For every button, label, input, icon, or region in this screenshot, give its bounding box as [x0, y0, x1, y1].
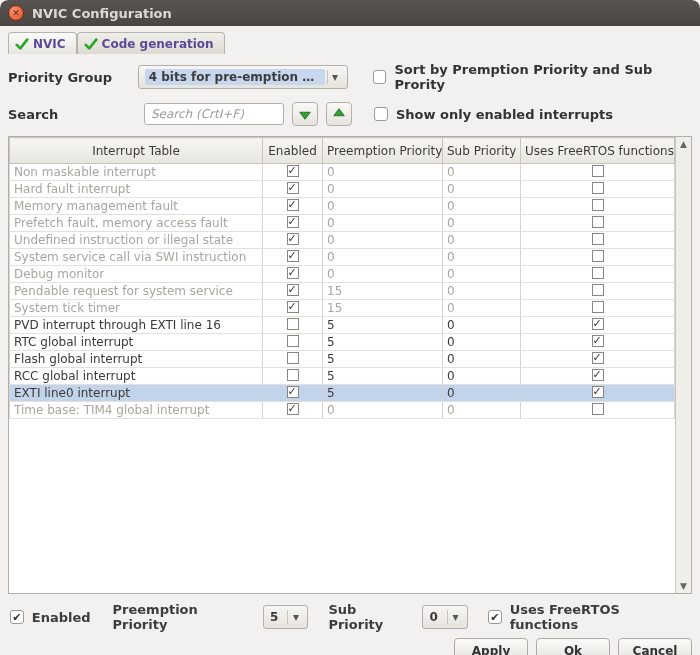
cell-enabled[interactable]: [263, 283, 323, 300]
cell-enabled[interactable]: [263, 266, 323, 283]
col-sub[interactable]: Sub Priority: [443, 138, 521, 164]
footer-freertos-checkbox[interactable]: [488, 610, 502, 624]
cell-freertos[interactable]: [521, 215, 675, 232]
table-row[interactable]: Debug monitor00: [10, 266, 675, 283]
checkbox-icon[interactable]: [592, 301, 604, 313]
table-row[interactable]: Pendable request for system service150: [10, 283, 675, 300]
checkbox-icon[interactable]: [592, 403, 604, 415]
cell-sub[interactable]: 0: [443, 317, 521, 334]
cell-enabled[interactable]: [263, 215, 323, 232]
checkbox-icon[interactable]: [287, 369, 299, 381]
cell-preempt[interactable]: 0: [323, 249, 443, 266]
table-row[interactable]: Time base: TIM4 global interrupt00: [10, 402, 675, 419]
checkbox-icon[interactable]: [592, 352, 604, 364]
table-row[interactable]: Hard fault interrupt00: [10, 181, 675, 198]
cell-freertos[interactable]: [521, 164, 675, 181]
checkbox-icon[interactable]: [287, 352, 299, 364]
cell-enabled[interactable]: [263, 385, 323, 402]
show-only-enabled-checkbox[interactable]: [374, 107, 388, 121]
cell-preempt[interactable]: 5: [323, 317, 443, 334]
checkbox-icon[interactable]: [287, 199, 299, 211]
scroll-down-icon[interactable]: ▼: [676, 579, 691, 593]
tab-nvic[interactable]: NVIC: [8, 32, 77, 54]
close-icon[interactable]: ✕: [8, 5, 24, 21]
checkbox-icon[interactable]: [592, 199, 604, 211]
table-row[interactable]: Flash global interrupt50: [10, 351, 675, 368]
cell-freertos[interactable]: [521, 283, 675, 300]
checkbox-icon[interactable]: [592, 216, 604, 228]
checkbox-icon[interactable]: [287, 267, 299, 279]
cell-freertos[interactable]: [521, 300, 675, 317]
ok-button[interactable]: Ok: [536, 638, 610, 655]
cell-enabled[interactable]: [263, 249, 323, 266]
cell-preempt[interactable]: 0: [323, 164, 443, 181]
table-row[interactable]: RCC global interrupt50: [10, 368, 675, 385]
cell-preempt[interactable]: 15: [323, 300, 443, 317]
cell-freertos[interactable]: [521, 317, 675, 334]
cell-sub[interactable]: 0: [443, 334, 521, 351]
checkbox-icon[interactable]: [592, 182, 604, 194]
cell-sub[interactable]: 0: [443, 164, 521, 181]
checkbox-icon[interactable]: [592, 284, 604, 296]
cell-preempt[interactable]: 0: [323, 232, 443, 249]
tab-codegen[interactable]: Code generation: [77, 32, 225, 54]
col-preempt[interactable]: Preemption Priority: [323, 138, 443, 164]
table-row[interactable]: Memory management fault00: [10, 198, 675, 215]
table-row[interactable]: System tick timer150: [10, 300, 675, 317]
cell-enabled[interactable]: [263, 351, 323, 368]
search-prev-button[interactable]: [326, 102, 352, 126]
cell-freertos[interactable]: [521, 351, 675, 368]
checkbox-icon[interactable]: [287, 403, 299, 415]
cell-enabled[interactable]: [263, 164, 323, 181]
cell-sub[interactable]: 0: [443, 300, 521, 317]
cell-enabled[interactable]: [263, 317, 323, 334]
cell-enabled[interactable]: [263, 300, 323, 317]
checkbox-icon[interactable]: [287, 250, 299, 262]
checkbox-icon[interactable]: [592, 250, 604, 262]
cell-freertos[interactable]: [521, 198, 675, 215]
cell-preempt[interactable]: 5: [323, 334, 443, 351]
cell-preempt[interactable]: 0: [323, 402, 443, 419]
footer-sub-combo[interactable]: 0 ▾: [422, 605, 467, 629]
checkbox-icon[interactable]: [592, 335, 604, 347]
cell-enabled[interactable]: [263, 368, 323, 385]
table-row[interactable]: RTC global interrupt50: [10, 334, 675, 351]
search-input[interactable]: Search (CrtI+F): [144, 103, 284, 125]
cell-sub[interactable]: 0: [443, 266, 521, 283]
cell-preempt[interactable]: 0: [323, 198, 443, 215]
vertical-scrollbar[interactable]: ▲ ▼: [675, 137, 691, 593]
interrupt-table[interactable]: Interrupt Table Enabled Preemption Prior…: [9, 137, 675, 419]
cell-sub[interactable]: 0: [443, 249, 521, 266]
cancel-button[interactable]: Cancel: [618, 638, 692, 655]
cell-sub[interactable]: 0: [443, 283, 521, 300]
cell-freertos[interactable]: [521, 249, 675, 266]
cell-sub[interactable]: 0: [443, 402, 521, 419]
checkbox-icon[interactable]: [287, 318, 299, 330]
table-row[interactable]: PVD interrupt through EXTI line 1650: [10, 317, 675, 334]
cell-freertos[interactable]: [521, 232, 675, 249]
table-row[interactable]: System service call via SWI instruction0…: [10, 249, 675, 266]
col-name[interactable]: Interrupt Table: [10, 138, 263, 164]
scroll-up-icon[interactable]: ▲: [676, 137, 691, 151]
cell-freertos[interactable]: [521, 368, 675, 385]
cell-freertos[interactable]: [521, 385, 675, 402]
sort-checkbox[interactable]: [373, 70, 386, 84]
cell-preempt[interactable]: 0: [323, 181, 443, 198]
cell-freertos[interactable]: [521, 334, 675, 351]
footer-preempt-combo[interactable]: 5 ▾: [263, 605, 308, 629]
checkbox-icon[interactable]: [287, 301, 299, 313]
cell-sub[interactable]: 0: [443, 181, 521, 198]
apply-button[interactable]: Apply: [454, 638, 528, 655]
checkbox-icon[interactable]: [592, 233, 604, 245]
checkbox-icon[interactable]: [287, 335, 299, 347]
col-enabled[interactable]: Enabled: [263, 138, 323, 164]
table-row[interactable]: EXTI line0 interrupt50: [10, 385, 675, 402]
checkbox-icon[interactable]: [287, 233, 299, 245]
table-row[interactable]: Undefined instruction or illegal state00: [10, 232, 675, 249]
cell-sub[interactable]: 0: [443, 215, 521, 232]
checkbox-icon[interactable]: [592, 165, 604, 177]
cell-freertos[interactable]: [521, 402, 675, 419]
checkbox-icon[interactable]: [287, 216, 299, 228]
table-row[interactable]: Prefetch fault, memory access fault00: [10, 215, 675, 232]
checkbox-icon[interactable]: [592, 369, 604, 381]
